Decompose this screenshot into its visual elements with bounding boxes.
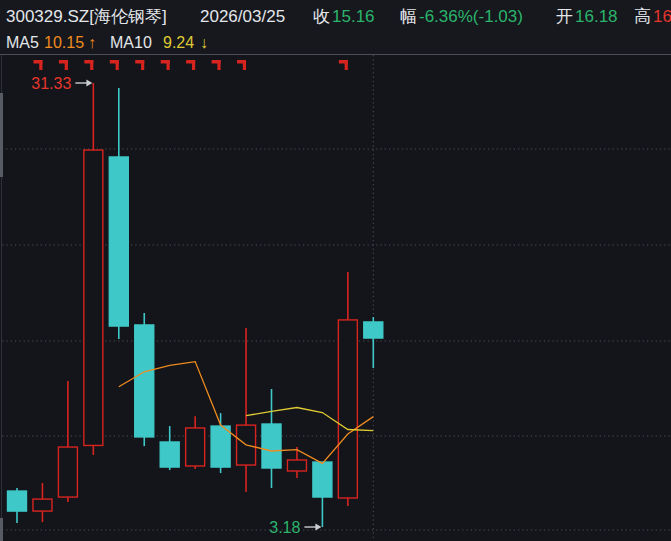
candle-body[interactable] xyxy=(338,320,357,498)
ma5-up-arrow-icon: ↑ xyxy=(88,33,96,53)
candle-body[interactable] xyxy=(160,442,179,467)
candle-body[interactable] xyxy=(33,499,52,511)
event-flag-icon[interactable] xyxy=(243,60,246,70)
ma10-label[interactable]: MA10 xyxy=(110,33,152,53)
quote-date[interactable]: 2026/03/25 xyxy=(200,5,285,29)
event-flag-icon[interactable] xyxy=(192,60,195,70)
candle-body[interactable] xyxy=(287,460,306,471)
event-flag-icon[interactable] xyxy=(167,60,170,70)
ma10-down-arrow-icon: ↓ xyxy=(200,33,208,53)
event-flag-icon[interactable] xyxy=(217,60,220,70)
high-label: 高 xyxy=(634,5,651,29)
price-annotation: 31.33 xyxy=(31,75,71,92)
candle-body[interactable] xyxy=(262,424,281,468)
annotation-arrow-head xyxy=(315,524,321,531)
event-flag-icon[interactable] xyxy=(39,60,42,70)
ma5-value: 10.15 xyxy=(44,33,84,53)
price-annotation: 3.18 xyxy=(269,519,300,536)
candle-body[interactable] xyxy=(135,325,154,437)
candle-body[interactable] xyxy=(109,157,128,326)
candle-body[interactable] xyxy=(211,426,230,467)
candle-body[interactable] xyxy=(8,491,27,511)
candle-body[interactable] xyxy=(313,462,332,497)
candle-body[interactable] xyxy=(364,322,383,338)
quote-header: 300329.SZ[海伦钢琴] 2026/03/25 收 15.16 幅 -6.… xyxy=(0,0,671,55)
kline-chart[interactable]: 31.333.18 xyxy=(0,0,671,541)
symbol-name[interactable]: 300329.SZ[海伦钢琴] xyxy=(6,5,167,29)
annotation-arrow-head xyxy=(86,80,92,87)
event-flag-icon[interactable] xyxy=(65,60,68,70)
open-value: 16.18 xyxy=(575,5,618,29)
event-flag-icon[interactable] xyxy=(116,60,119,70)
left-edge-fragment-top xyxy=(0,93,3,177)
candle-body[interactable] xyxy=(84,150,103,445)
close-label: 收 xyxy=(313,5,330,29)
event-flag-icon[interactable] xyxy=(90,60,93,70)
high-value: 16 xyxy=(653,5,671,29)
close-value: 15.16 xyxy=(332,5,375,29)
event-flag-icon[interactable] xyxy=(345,60,348,70)
ma5-label[interactable]: MA5 xyxy=(6,33,39,53)
candle-body[interactable] xyxy=(58,447,77,497)
ma10-value: 9.24 xyxy=(163,33,194,53)
stock-chart-window: 31.333.18 300329.SZ[海伦钢琴] 2026/03/25 收 1… xyxy=(0,0,671,541)
change-value: -6.36%(-1.03) xyxy=(419,5,523,29)
change-label: 幅 xyxy=(400,5,417,29)
open-label: 开 xyxy=(556,5,573,29)
candle-body[interactable] xyxy=(186,428,205,466)
left-edge-fragment-bottom xyxy=(0,518,3,541)
event-flag-icon[interactable] xyxy=(141,60,144,70)
